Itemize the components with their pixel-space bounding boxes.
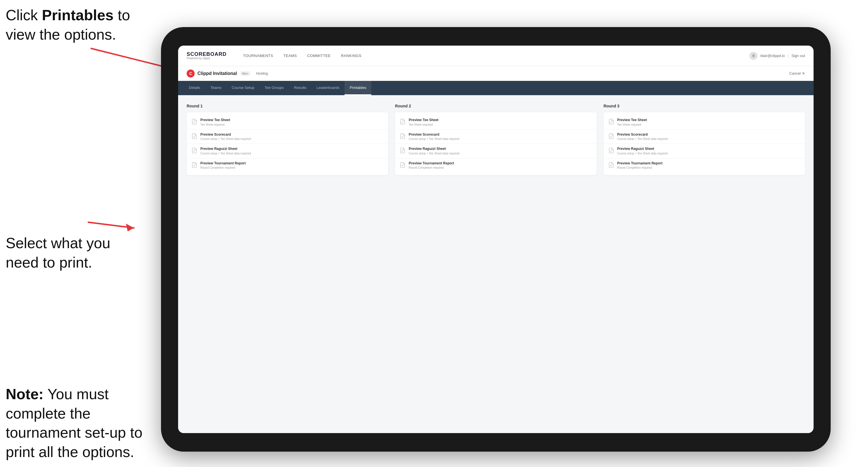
round-3-tee-sheet[interactable]: Preview Tee Sheet Tee Sheet required (603, 115, 805, 130)
document-icon (608, 119, 614, 125)
tournament-status: Hosting (256, 71, 268, 75)
nav-rankings[interactable]: RANKINGS (336, 45, 367, 66)
document-icon (400, 119, 406, 125)
tab-bar: Details Teams Course Setup Tee Groups Re… (178, 81, 813, 95)
svg-marker-3 (126, 224, 134, 231)
brand-title: SCOREBOARD (187, 52, 226, 57)
instruction-top-text: Click (6, 7, 42, 23)
document-icon (191, 133, 197, 139)
round-2-section: Round 2 Preview Tee Sheet Tee Sheet requ… (395, 104, 596, 175)
round-3-section: Round 3 Preview Tee Sheet Tee Sheet requ… (603, 104, 805, 175)
round-3-tournament-report[interactable]: Preview Tournament Report Round Completi… (603, 158, 805, 173)
round-2-card: Preview Tee Sheet Tee Sheet required Pre… (395, 112, 596, 175)
round-2-raguzzi[interactable]: Preview Raguzzi Sheet Course setup + Tee… (395, 144, 596, 158)
user-email: blair@clippd.io (760, 54, 784, 58)
round-1-section: Round 1 Preview Tee Sheet Tee Sheet requ… (187, 104, 388, 175)
instruction-middle-text: Select what you need to print. (6, 235, 110, 271)
document-icon (608, 162, 614, 168)
round-2-tee-sheet[interactable]: Preview Tee Sheet Tee Sheet required (395, 115, 596, 130)
round-1-tee-sheet[interactable]: Preview Tee Sheet Tee Sheet required (187, 115, 388, 130)
round-2-tournament-report[interactable]: Preview Tournament Report Round Completi… (395, 158, 596, 173)
round-3-raguzzi[interactable]: Preview Raguzzi Sheet Course setup + Tee… (603, 144, 805, 158)
sign-out-link[interactable]: Sign out (792, 54, 805, 58)
round-3-card: Preview Tee Sheet Tee Sheet required Pre… (603, 112, 805, 175)
document-icon (191, 147, 197, 154)
round-1-tournament-report[interactable]: Preview Tournament Report Round Completi… (187, 158, 388, 173)
instruction-note-bold: Note: (6, 386, 43, 402)
tournament-name: C Clippd Invitational Men Hosting (187, 69, 268, 77)
round-1-title: Round 1 (187, 104, 388, 108)
nav-committee[interactable]: COMMITTEE (302, 45, 336, 66)
round-3-title: Round 3 (603, 104, 805, 108)
round-1-scorecard[interactable]: Preview Scorecard Course setup + Tee She… (187, 130, 388, 144)
instruction-middle: Select what you need to print. (6, 234, 137, 272)
tab-printables[interactable]: Printables (344, 81, 371, 95)
tab-details[interactable]: Details (184, 81, 206, 95)
tournament-title: Clippd Invitational (197, 71, 237, 76)
brand-sub: Powered by clippd (187, 57, 226, 60)
document-icon (400, 147, 406, 154)
tab-course-setup[interactable]: Course Setup (226, 81, 259, 95)
tab-leaderboards[interactable]: Leaderboards (311, 81, 344, 95)
round-2-scorecard[interactable]: Preview Scorecard Course setup + Tee She… (395, 130, 596, 144)
brand: SCOREBOARD Powered by clippd (187, 52, 226, 60)
tournament-badge: Men (240, 71, 250, 76)
nav-right: B blair@clippd.io | Sign out (749, 52, 805, 60)
tournament-logo: C (187, 69, 195, 77)
instruction-top: Click Printables to view the options. (6, 6, 137, 44)
nav-tournaments[interactable]: TOURNAMENTS (238, 45, 278, 66)
rounds-container: Round 1 Preview Tee Sheet Tee Sheet requ… (187, 104, 805, 175)
round-2-title: Round 2 (395, 104, 596, 108)
instruction-printables-bold: Printables (42, 7, 114, 23)
main-content: Round 1 Preview Tee Sheet Tee Sheet requ… (178, 95, 813, 433)
top-nav: SCOREBOARD Powered by clippd TOURNAMENTS… (178, 45, 813, 66)
tab-results[interactable]: Results (289, 81, 311, 95)
document-icon (191, 162, 197, 168)
tab-tee-groups[interactable]: Tee Groups (259, 81, 289, 95)
main-nav: TOURNAMENTS TEAMS COMMITTEE RANKINGS (238, 45, 749, 66)
document-icon (400, 133, 406, 139)
document-icon (191, 119, 197, 125)
document-icon (608, 133, 614, 139)
instruction-bottom: Note: You must complete the tournament s… (6, 385, 143, 462)
avatar: B (749, 52, 757, 60)
document-icon (608, 147, 614, 154)
round-3-scorecard[interactable]: Preview Scorecard Course setup + Tee She… (603, 130, 805, 144)
tablet-frame: SCOREBOARD Powered by clippd TOURNAMENTS… (161, 27, 831, 452)
tab-teams[interactable]: Teams (206, 81, 226, 95)
round-1-raguzzi[interactable]: Preview Raguzzi Sheet Course setup + Tee… (187, 144, 388, 158)
arrow-middle-annotation (86, 211, 143, 239)
round-1-card: Preview Tee Sheet Tee Sheet required Pre… (187, 112, 388, 175)
nav-teams[interactable]: TEAMS (278, 45, 302, 66)
tournament-header: C Clippd Invitational Men Hosting Cancel… (178, 66, 813, 81)
tablet-screen: SCOREBOARD Powered by clippd TOURNAMENTS… (178, 45, 813, 433)
document-icon (400, 162, 406, 168)
cancel-button[interactable]: Cancel ✕ (789, 71, 805, 75)
